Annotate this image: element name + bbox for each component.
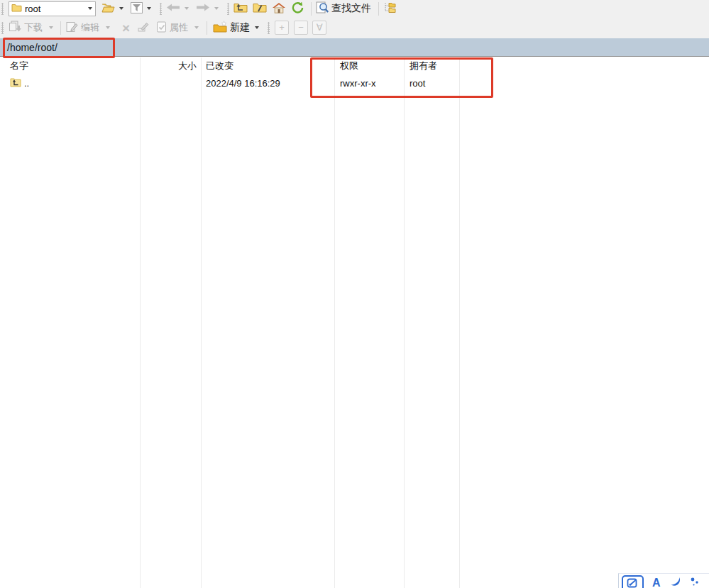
forward-button[interactable] — [194, 1, 211, 16]
column-separator — [459, 57, 460, 588]
root-directory-icon — [253, 2, 267, 15]
back-history-chevron-icon[interactable] — [185, 7, 189, 10]
toolbar-grip[interactable] — [227, 3, 230, 15]
new-folder-icon — [213, 21, 228, 35]
download-icon — [8, 21, 22, 35]
filter-chevron-icon[interactable] — [147, 7, 151, 10]
chevron-down-icon[interactable] — [88, 7, 92, 10]
file-name: .. — [24, 76, 29, 91]
column-header-name[interactable]: 名字 — [10, 57, 28, 74]
delete-x-icon: × — [119, 21, 133, 35]
rename-button[interactable] — [136, 20, 152, 35]
select-add-button[interactable]: + — [275, 21, 289, 35]
column-header-changed[interactable]: 已改变 — [206, 57, 233, 74]
filter-button[interactable] — [129, 1, 144, 16]
parent-directory-button[interactable] — [232, 1, 249, 16]
toolbar-separator — [378, 2, 379, 16]
toolbar-grip[interactable] — [160, 3, 163, 15]
toolbar-grip[interactable] — [1, 22, 4, 34]
edit-chevron-icon[interactable] — [106, 26, 110, 29]
download-label: 下载 — [24, 21, 43, 34]
column-separator — [201, 57, 202, 588]
edit-icon — [66, 21, 79, 35]
properties-icon — [156, 21, 167, 35]
forward-arrow-icon — [196, 3, 210, 14]
column-header-owner[interactable]: 拥有者 — [410, 57, 437, 74]
open-folder-icon — [101, 3, 115, 15]
parent-folder-icon — [10, 77, 21, 92]
refresh-icon — [291, 1, 304, 16]
file-permissions: rwxr-xr-x — [340, 76, 376, 91]
edit-label: 编辑 — [81, 21, 99, 34]
folder-icon — [11, 2, 22, 15]
properties-button[interactable]: 属性 — [155, 20, 192, 35]
column-separator — [334, 57, 335, 588]
download-button[interactable]: 下载 — [6, 20, 46, 35]
column-separator — [140, 57, 141, 588]
download-chevron-icon[interactable] — [49, 26, 53, 29]
find-files-button[interactable]: 查找文件 — [314, 1, 375, 16]
new-label: 新建 — [230, 21, 250, 34]
toolbar-area: root — [0, 0, 709, 38]
properties-label: 属性 — [170, 21, 188, 34]
directory-tree-icon — [383, 1, 397, 16]
open-directory-button[interactable] — [100, 1, 116, 16]
edit-button[interactable]: 编辑 — [65, 20, 103, 35]
forward-history-chevron-icon[interactable] — [214, 7, 219, 10]
text-tool-button[interactable]: A — [652, 577, 661, 588]
new-button[interactable]: 新建 — [211, 20, 263, 35]
toolbar-grip[interactable] — [1, 3, 4, 15]
open-directory-chevron-icon[interactable] — [119, 7, 123, 10]
new-chevron-icon[interactable] — [255, 26, 259, 29]
file-manager-window: root — [0, 0, 709, 588]
select-filter-button[interactable]: ∀ — [312, 21, 326, 35]
column-header-size[interactable]: 大小 — [140, 57, 197, 74]
file-list-panel: 名字 大小 已改变 权限 拥有者 .. 2022/4/9 16:16:29 rw… — [0, 57, 709, 588]
back-button[interactable] — [165, 1, 182, 16]
toolbar-grip[interactable] — [268, 22, 270, 34]
select-remove-button[interactable]: − — [294, 21, 308, 35]
path-bar[interactable]: /home/root/ — [0, 38, 709, 57]
rectangle-tool-button[interactable] — [622, 575, 644, 588]
directory-tree-button[interactable] — [382, 1, 399, 16]
rename-pencil-icon — [138, 21, 150, 34]
file-changed: 2022/4/9 16:16:29 — [206, 76, 280, 91]
properties-chevron-icon[interactable] — [194, 26, 199, 29]
column-header-permissions[interactable]: 权限 — [340, 57, 358, 74]
find-files-label: 查找文件 — [331, 2, 371, 15]
directory-combo-value: root — [22, 4, 85, 14]
parent-directory-icon — [233, 2, 248, 15]
navigation-toolbar: root — [0, 0, 709, 17]
find-files-icon — [316, 1, 329, 16]
brush-tool-button[interactable] — [669, 577, 682, 588]
home-directory-button[interactable] — [270, 1, 287, 16]
column-separator — [404, 57, 405, 588]
file-owner: root — [410, 76, 425, 91]
root-directory-button[interactable] — [251, 1, 268, 16]
delete-button[interactable]: × — [117, 20, 135, 35]
rectangle-pen-icon — [627, 578, 639, 588]
commands-toolbar: 下载 编辑 × — [0, 17, 709, 38]
toolbar-separator — [311, 2, 312, 16]
filter-funnel-icon — [131, 2, 143, 16]
back-arrow-icon — [166, 3, 180, 14]
toolbar-separator — [60, 21, 61, 35]
home-icon — [272, 2, 286, 16]
toolbar-separator — [207, 21, 207, 35]
refresh-button[interactable] — [290, 1, 306, 16]
current-path[interactable]: /home/root/ — [0, 42, 57, 53]
mosaic-tool-button[interactable] — [689, 577, 700, 588]
screenshot-annotation-toolbar: A — [618, 573, 709, 588]
directory-combobox[interactable]: root — [9, 1, 96, 16]
